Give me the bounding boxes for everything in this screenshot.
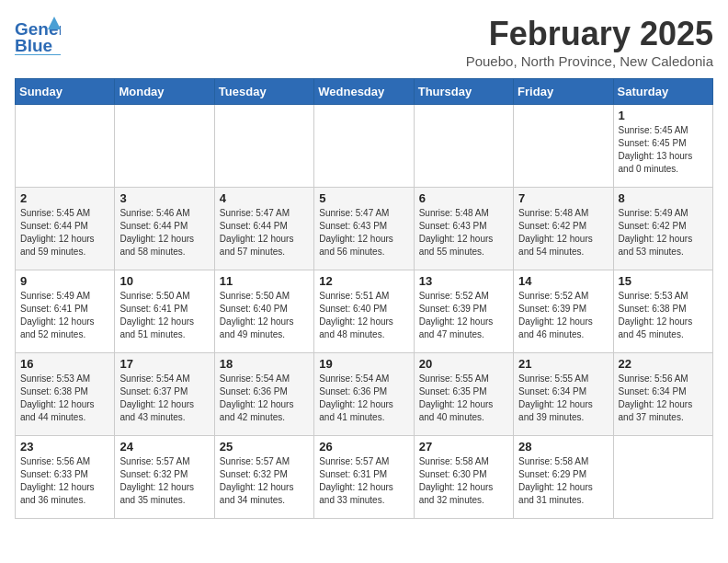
calendar-cell: 28Sunrise: 5:58 AM Sunset: 6:29 PM Dayli… [514, 436, 613, 519]
day-info: Sunrise: 5:53 AM Sunset: 6:38 PM Dayligh… [20, 373, 109, 424]
day-info: Sunrise: 5:57 AM Sunset: 6:32 PM Dayligh… [220, 455, 309, 507]
page-header: General Blue February 2025 Pouebo, North… [15, 15, 713, 69]
day-info: Sunrise: 5:55 AM Sunset: 6:35 PM Dayligh… [419, 373, 508, 424]
day-number: 13 [419, 274, 508, 288]
day-number: 20 [419, 357, 508, 371]
calendar-cell: 18Sunrise: 5:54 AM Sunset: 6:36 PM Dayli… [214, 353, 313, 436]
day-number: 11 [220, 274, 309, 288]
day-number: 15 [619, 274, 708, 288]
day-number: 27 [419, 440, 508, 454]
day-info: Sunrise: 5:45 AM Sunset: 6:45 PM Dayligh… [619, 124, 708, 176]
day-number: 5 [319, 191, 408, 205]
calendar-cell: 1Sunrise: 5:45 AM Sunset: 6:45 PM Daylig… [613, 105, 712, 188]
calendar-cell: 22Sunrise: 5:56 AM Sunset: 6:34 PM Dayli… [613, 353, 712, 436]
day-number: 16 [20, 357, 109, 371]
day-info: Sunrise: 5:58 AM Sunset: 6:29 PM Dayligh… [518, 455, 608, 507]
calendar-cell: 2Sunrise: 5:45 AM Sunset: 6:44 PM Daylig… [16, 188, 115, 270]
calendar-cell: 4Sunrise: 5:47 AM Sunset: 6:44 PM Daylig… [214, 188, 313, 270]
calendar-cell [314, 105, 414, 188]
calendar-cell [613, 436, 712, 519]
day-number: 14 [518, 274, 608, 288]
day-number: 21 [518, 357, 608, 371]
weekday-header-friday: Friday [514, 79, 613, 105]
day-info: Sunrise: 5:46 AM Sunset: 6:44 PM Dayligh… [119, 207, 209, 259]
day-number: 17 [119, 357, 209, 371]
calendar-cell: 16Sunrise: 5:53 AM Sunset: 6:38 PM Dayli… [16, 353, 115, 436]
day-number: 28 [518, 440, 608, 454]
calendar-cell [514, 105, 613, 188]
day-number: 10 [119, 274, 209, 288]
day-number: 24 [119, 440, 209, 454]
day-info: Sunrise: 5:52 AM Sunset: 6:39 PM Dayligh… [518, 290, 608, 341]
month-title: February 2025 [466, 15, 713, 53]
day-number: 26 [319, 440, 408, 454]
day-number: 19 [319, 357, 408, 371]
calendar-cell [115, 105, 214, 188]
calendar-cell: 17Sunrise: 5:54 AM Sunset: 6:37 PM Dayli… [115, 353, 214, 436]
calendar-cell: 12Sunrise: 5:51 AM Sunset: 6:40 PM Dayli… [314, 270, 414, 353]
day-number: 18 [220, 357, 309, 371]
day-info: Sunrise: 5:50 AM Sunset: 6:41 PM Dayligh… [119, 290, 209, 341]
calendar-cell [214, 105, 313, 188]
day-info: Sunrise: 5:48 AM Sunset: 6:43 PM Dayligh… [419, 207, 508, 259]
week-row-4: 23Sunrise: 5:56 AM Sunset: 6:33 PM Dayli… [16, 436, 713, 519]
calendar-cell: 9Sunrise: 5:49 AM Sunset: 6:41 PM Daylig… [16, 270, 115, 353]
weekday-header-tuesday: Tuesday [214, 79, 313, 105]
day-info: Sunrise: 5:52 AM Sunset: 6:39 PM Dayligh… [419, 290, 508, 341]
calendar-cell: 21Sunrise: 5:55 AM Sunset: 6:34 PM Dayli… [514, 353, 613, 436]
weekday-header-saturday: Saturday [613, 79, 712, 105]
day-number: 25 [220, 440, 309, 454]
calendar-cell: 5Sunrise: 5:47 AM Sunset: 6:43 PM Daylig… [314, 188, 414, 270]
calendar-cell: 15Sunrise: 5:53 AM Sunset: 6:38 PM Dayli… [613, 270, 712, 353]
day-info: Sunrise: 5:45 AM Sunset: 6:44 PM Dayligh… [20, 207, 109, 259]
calendar-cell: 10Sunrise: 5:50 AM Sunset: 6:41 PM Dayli… [115, 270, 214, 353]
day-number: 23 [20, 440, 109, 454]
day-number: 1 [619, 109, 708, 122]
day-number: 3 [119, 191, 209, 205]
day-info: Sunrise: 5:49 AM Sunset: 6:42 PM Dayligh… [619, 207, 708, 259]
day-number: 9 [20, 274, 109, 288]
calendar-cell: 14Sunrise: 5:52 AM Sunset: 6:39 PM Dayli… [514, 270, 613, 353]
calendar-cell [16, 105, 115, 188]
week-row-3: 16Sunrise: 5:53 AM Sunset: 6:38 PM Dayli… [16, 353, 713, 436]
calendar-cell: 19Sunrise: 5:54 AM Sunset: 6:36 PM Dayli… [314, 353, 414, 436]
calendar-cell: 6Sunrise: 5:48 AM Sunset: 6:43 PM Daylig… [414, 188, 513, 270]
calendar-cell: 13Sunrise: 5:52 AM Sunset: 6:39 PM Dayli… [414, 270, 513, 353]
calendar-cell: 25Sunrise: 5:57 AM Sunset: 6:32 PM Dayli… [214, 436, 313, 519]
day-number: 8 [619, 191, 708, 205]
day-info: Sunrise: 5:53 AM Sunset: 6:38 PM Dayligh… [619, 290, 708, 341]
calendar-cell: 26Sunrise: 5:57 AM Sunset: 6:31 PM Dayli… [314, 436, 414, 519]
day-info: Sunrise: 5:57 AM Sunset: 6:31 PM Dayligh… [319, 455, 408, 507]
calendar-cell [414, 105, 513, 188]
day-info: Sunrise: 5:50 AM Sunset: 6:40 PM Dayligh… [220, 290, 309, 341]
logo-icon: General Blue [15, 15, 61, 55]
title-block: February 2025 Pouebo, North Province, Ne… [466, 15, 713, 69]
day-info: Sunrise: 5:51 AM Sunset: 6:40 PM Dayligh… [319, 290, 408, 341]
calendar-cell: 27Sunrise: 5:58 AM Sunset: 6:30 PM Dayli… [414, 436, 513, 519]
calendar-cell: 20Sunrise: 5:55 AM Sunset: 6:35 PM Dayli… [414, 353, 513, 436]
weekday-header-row: SundayMondayTuesdayWednesdayThursdayFrid… [16, 79, 713, 105]
day-number: 2 [20, 191, 109, 205]
weekday-header-monday: Monday [115, 79, 214, 105]
location-subtitle: Pouebo, North Province, New Caledonia [466, 53, 713, 69]
day-number: 4 [220, 191, 309, 205]
week-row-2: 9Sunrise: 5:49 AM Sunset: 6:41 PM Daylig… [16, 270, 713, 353]
day-info: Sunrise: 5:49 AM Sunset: 6:41 PM Dayligh… [20, 290, 109, 341]
calendar-cell: 3Sunrise: 5:46 AM Sunset: 6:44 PM Daylig… [115, 188, 214, 270]
calendar-table: SundayMondayTuesdayWednesdayThursdayFrid… [15, 78, 713, 519]
day-info: Sunrise: 5:47 AM Sunset: 6:43 PM Dayligh… [319, 207, 408, 259]
calendar-cell: 23Sunrise: 5:56 AM Sunset: 6:33 PM Dayli… [16, 436, 115, 519]
weekday-header-sunday: Sunday [16, 79, 115, 105]
day-info: Sunrise: 5:54 AM Sunset: 6:37 PM Dayligh… [119, 373, 209, 424]
week-row-0: 1Sunrise: 5:45 AM Sunset: 6:45 PM Daylig… [16, 105, 713, 188]
calendar-cell: 8Sunrise: 5:49 AM Sunset: 6:42 PM Daylig… [613, 188, 712, 270]
day-info: Sunrise: 5:47 AM Sunset: 6:44 PM Dayligh… [220, 207, 309, 259]
day-info: Sunrise: 5:54 AM Sunset: 6:36 PM Dayligh… [319, 373, 408, 424]
calendar-cell: 7Sunrise: 5:48 AM Sunset: 6:42 PM Daylig… [514, 188, 613, 270]
weekday-header-thursday: Thursday [414, 79, 513, 105]
calendar-cell: 24Sunrise: 5:57 AM Sunset: 6:32 PM Dayli… [115, 436, 214, 519]
day-number: 6 [419, 191, 508, 205]
day-number: 22 [619, 357, 708, 371]
calendar-cell: 11Sunrise: 5:50 AM Sunset: 6:40 PM Dayli… [214, 270, 313, 353]
day-info: Sunrise: 5:55 AM Sunset: 6:34 PM Dayligh… [518, 373, 608, 424]
